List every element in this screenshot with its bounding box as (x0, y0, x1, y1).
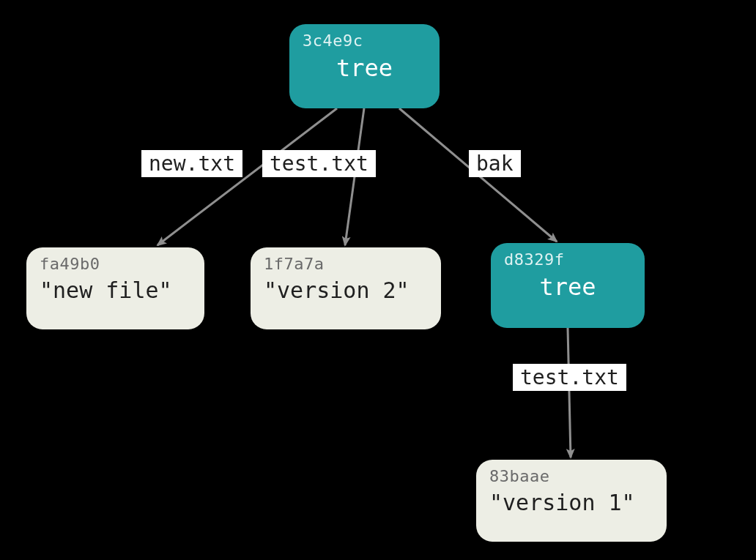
node-content-label: "version 2" (264, 277, 428, 303)
node-root-tree: 3c4e9c tree (289, 24, 440, 108)
node-content-label: "version 1" (489, 490, 653, 515)
node-sub-tree: d8329f tree (491, 243, 645, 328)
node-blob-new: fa49b0 "new file" (26, 247, 204, 329)
edge-bak-to-v1 (568, 328, 571, 458)
edge-label-bak-test: test.txt (513, 364, 626, 391)
diagram-canvas: 3c4e9c tree new.txt test.txt bak fa49b0 … (0, 0, 756, 560)
node-blob-v2: 1f7a7a "version 2" (251, 247, 441, 329)
node-hash: 1f7a7a (264, 255, 428, 273)
node-hash: 3c4e9c (303, 31, 426, 50)
edge-label-test: test.txt (262, 150, 376, 177)
node-blob-v1: 83baae "version 1" (476, 460, 667, 542)
node-hash: d8329f (504, 250, 631, 269)
node-type-label: tree (504, 273, 631, 301)
edge-label-bak: bak (469, 150, 521, 177)
node-content-label: "new file" (40, 277, 191, 303)
node-hash: fa49b0 (40, 255, 191, 273)
node-type-label: tree (303, 54, 426, 82)
edge-label-new: new.txt (141, 150, 242, 177)
node-hash: 83baae (489, 467, 653, 485)
